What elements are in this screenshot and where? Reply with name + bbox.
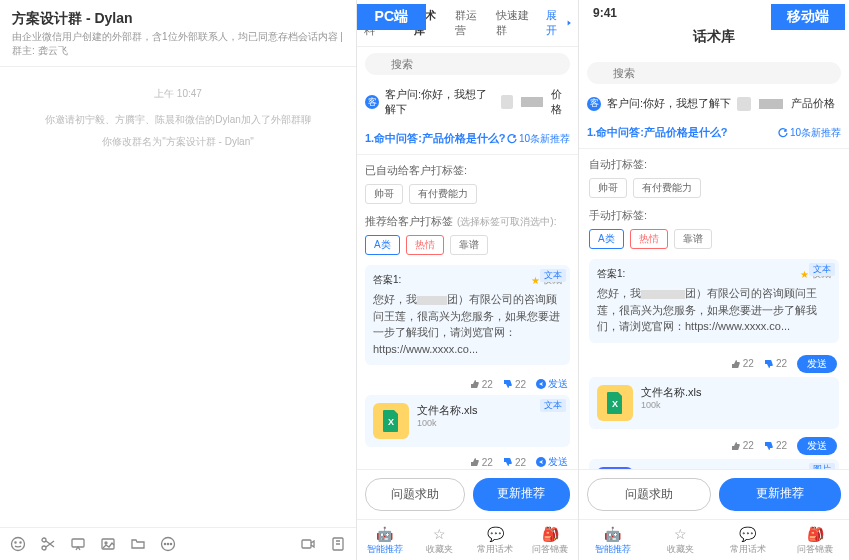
mobile-content[interactable]: 自动打标签: 帅哥 有付费能力 手动打标签: A类 热情 靠谱 答案1: ★收藏… <box>579 149 849 469</box>
tag[interactable]: 靠谱 <box>450 235 488 255</box>
customer-question-row: 客 客户问:你好，我想了解下 产品价格 <box>579 90 849 117</box>
thumbs-up[interactable]: 22 <box>731 437 754 455</box>
thumbs-up[interactable]: 22 <box>470 455 493 469</box>
more-icon[interactable] <box>160 536 176 552</box>
scissors-icon[interactable] <box>40 536 56 552</box>
system-message: 你修改群名为"方案设计群 - Dylan" <box>10 135 346 149</box>
rec-tag-label: 推荐给客户打标签(选择标签可取消选中): <box>365 214 570 229</box>
bottom-buttons: 问题求助 更新推荐 <box>579 469 849 519</box>
bottom-buttons: 问题求助 更新推荐 <box>357 469 578 519</box>
emoji-icon[interactable] <box>10 536 26 552</box>
folder-icon[interactable] <box>130 536 146 552</box>
search-input[interactable] <box>365 53 570 75</box>
robot-icon: 🤖 <box>579 526 647 542</box>
pc-chat-window: PC端 方案设计群 - Dylan 由企业微信用户创建的外部群，含1位外部联系人… <box>0 0 357 560</box>
help-button[interactable]: 问题求助 <box>365 478 465 511</box>
answer-actions: 22 22 发送 <box>365 373 570 395</box>
tab-quickgroup[interactable]: 快速建群 <box>489 0 539 46</box>
file-name: 文件名称.xls <box>417 403 478 418</box>
nav-smart[interactable]: 🤖智能推荐 <box>579 520 647 560</box>
chat-toolbar <box>0 527 356 560</box>
text-badge: 文本 <box>540 269 566 282</box>
record-icon[interactable] <box>300 536 316 552</box>
answer-label: 答案1: <box>373 273 401 287</box>
xls-icon: X <box>597 385 633 421</box>
nav-common[interactable]: 💬常用话术 <box>468 520 523 560</box>
tag[interactable]: 热情 <box>630 229 668 249</box>
refresh-link[interactable]: 10条新推荐 <box>507 132 570 146</box>
thumbs-up[interactable]: 22 <box>470 377 493 391</box>
answer-text: 您好，我团）有限公司的咨询顾问王莲，很高兴为您服务，如果您要进一步了解我们，请浏… <box>373 291 562 357</box>
nav-fav[interactable]: ☆收藏夹 <box>647 520 715 560</box>
tag[interactable]: A类 <box>365 235 400 255</box>
chat-time: 上午 10:47 <box>10 87 346 101</box>
phone-icon[interactable] <box>330 536 346 552</box>
thumbs-up[interactable]: 22 <box>731 355 754 373</box>
text-badge: 文本 <box>809 263 835 276</box>
thumbs-down[interactable]: 22 <box>503 455 526 469</box>
file-name: 图片名称.jpg <box>641 467 703 470</box>
svg-point-10 <box>167 543 168 544</box>
file-card-img[interactable]: 图片 图片名称.jpg <box>589 459 839 470</box>
tag[interactable]: 热情 <box>406 235 444 255</box>
refresh-button[interactable]: 更新推荐 <box>719 478 841 511</box>
answer-label: 答案1: <box>597 267 625 281</box>
nav-smart[interactable]: 🤖智能推荐 <box>357 520 412 560</box>
robot-icon: 🤖 <box>357 526 412 542</box>
tab-group[interactable]: 群运营 <box>448 0 489 46</box>
thumbs-down[interactable]: 22 <box>764 355 787 373</box>
svg-rect-12 <box>302 540 311 548</box>
nav-fav[interactable]: ☆收藏夹 <box>412 520 467 560</box>
bottom-nav: 🤖智能推荐 ☆收藏夹 💬常用话术 🎒问答锦囊 <box>579 519 849 560</box>
search-input[interactable] <box>587 62 841 84</box>
chat-icon: 💬 <box>468 526 523 542</box>
thumbs-down[interactable]: 22 <box>503 377 526 391</box>
svg-point-11 <box>170 543 171 544</box>
nav-common[interactable]: 💬常用话术 <box>714 520 782 560</box>
send-button[interactable]: 发送 <box>797 355 837 373</box>
tag[interactable]: 帅哥 <box>365 184 403 204</box>
bottom-nav: 🤖智能推荐 ☆收藏夹 💬常用话术 🎒问答锦囊 <box>357 519 578 560</box>
file-card-xls[interactable]: 文本 X 文件名称.xls 100k <box>365 395 570 447</box>
send-button[interactable]: 发送 <box>797 437 837 455</box>
file-size: 100k <box>417 418 478 428</box>
status-time: 9:41 <box>593 6 617 20</box>
send-button[interactable]: 发送 <box>536 377 568 391</box>
tag[interactable]: 有付费能力 <box>633 178 701 198</box>
img-badge: 图片 <box>809 463 835 470</box>
file-actions: 22 22 发送 <box>365 451 570 469</box>
thumbs-down[interactable]: 22 <box>764 437 787 455</box>
tag[interactable]: 有付费能力 <box>409 184 477 204</box>
svg-point-4 <box>42 546 46 550</box>
svg-point-7 <box>105 542 107 544</box>
svg-text:X: X <box>388 417 394 427</box>
svg-point-2 <box>20 542 21 543</box>
answer-card: 答案1: ★收藏 文本 您好，我团）有限公司的咨询顾问王莲，很高兴为您服务，如果… <box>589 259 839 343</box>
tag[interactable]: 帅哥 <box>589 178 627 198</box>
auto-tag-label: 已自动给客户打标签: <box>365 163 570 178</box>
nav-faq[interactable]: 🎒问答锦囊 <box>782 520 850 560</box>
rec-tags: A类 热情 靠谱 <box>365 235 570 255</box>
hit-row: 1.命中问答:产品价格是什么? 10条新推荐 <box>579 117 849 149</box>
text-badge: 文本 <box>540 399 566 412</box>
tag[interactable]: 靠谱 <box>674 229 712 249</box>
message-icon[interactable] <box>70 536 86 552</box>
tag[interactable]: A类 <box>589 229 624 249</box>
nav-faq[interactable]: 🎒问答锦囊 <box>523 520 578 560</box>
file-card-xls[interactable]: X 文件名称.xls 100k <box>589 377 839 429</box>
chat-icon: 💬 <box>714 526 782 542</box>
send-button[interactable]: 发送 <box>536 455 568 469</box>
refresh-link[interactable]: 10条新推荐 <box>778 126 841 140</box>
expand-button[interactable]: 展开 <box>540 0 578 46</box>
help-button[interactable]: 问题求助 <box>587 478 711 511</box>
chat-header: 方案设计群 - Dylan 由企业微信用户创建的外部群，含1位外部联系人，均已同… <box>0 0 356 67</box>
chat-title: 方案设计群 - Dylan <box>12 10 344 28</box>
svg-text:X: X <box>612 399 618 409</box>
customer-question-row: 客 客户问:你好，我想了解下 价格 <box>357 81 578 123</box>
panel-content[interactable]: 已自动给客户打标签: 帅哥 有付费能力 推荐给客户打标签(选择标签可取消选中):… <box>357 155 578 469</box>
star-icon: ☆ <box>647 526 715 542</box>
star-icon: ☆ <box>412 526 467 542</box>
customer-icon: 客 <box>587 97 601 111</box>
refresh-button[interactable]: 更新推荐 <box>473 478 571 511</box>
image-icon[interactable] <box>100 536 116 552</box>
